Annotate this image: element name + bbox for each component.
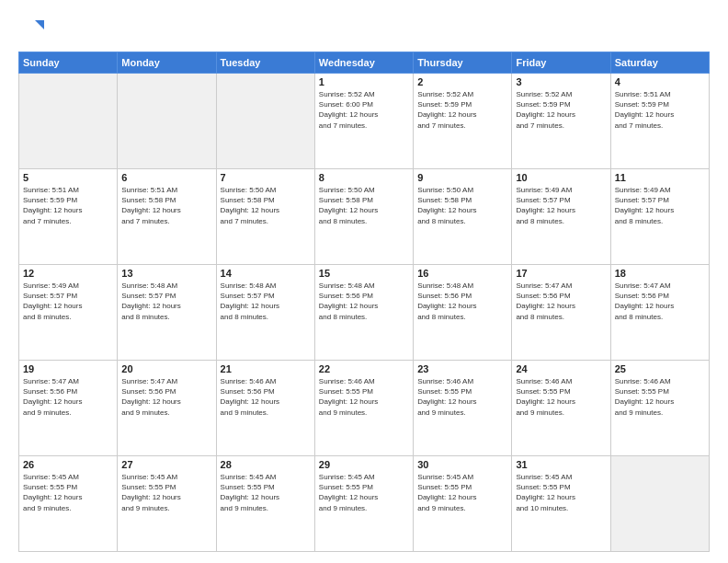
- page: SundayMondayTuesdayWednesdayThursdayFrid…: [0, 0, 728, 563]
- day-info: Sunrise: 5:46 AM Sunset: 5:55 PM Dayligh…: [417, 376, 507, 418]
- calendar-day-18: 18Sunrise: 5:47 AM Sunset: 5:56 PM Dayli…: [610, 265, 709, 361]
- day-info: Sunrise: 5:52 AM Sunset: 5:59 PM Dayligh…: [417, 89, 507, 131]
- day-info: Sunrise: 5:50 AM Sunset: 5:58 PM Dayligh…: [417, 185, 507, 226]
- calendar-header: SundayMondayTuesdayWednesdayThursdayFrid…: [19, 52, 710, 74]
- header: [18, 17, 710, 42]
- calendar-week-2: 12Sunrise: 5:49 AM Sunset: 5:57 PM Dayli…: [19, 265, 710, 361]
- day-number: 20: [121, 363, 211, 374]
- calendar-table: SundayMondayTuesdayWednesdayThursdayFrid…: [18, 52, 710, 552]
- calendar-day-31: 31Sunrise: 5:45 AM Sunset: 5:55 PM Dayli…: [512, 456, 610, 552]
- day-info: Sunrise: 5:47 AM Sunset: 5:56 PM Dayligh…: [23, 376, 113, 418]
- calendar-day-10: 10Sunrise: 5:49 AM Sunset: 5:57 PM Dayli…: [512, 169, 610, 265]
- calendar-day-29: 29Sunrise: 5:45 AM Sunset: 5:55 PM Dayli…: [314, 456, 413, 552]
- day-number: 25: [615, 363, 705, 374]
- calendar-day-2: 2Sunrise: 5:52 AM Sunset: 5:59 PM Daylig…: [414, 74, 512, 169]
- day-number: 24: [516, 363, 606, 374]
- day-info: Sunrise: 5:51 AM Sunset: 5:58 PM Dayligh…: [121, 185, 211, 226]
- calendar-day-5: 5Sunrise: 5:51 AM Sunset: 5:59 PM Daylig…: [19, 169, 118, 265]
- calendar-week-3: 19Sunrise: 5:47 AM Sunset: 5:56 PM Dayli…: [19, 361, 710, 456]
- weekday-saturday: Saturday: [610, 52, 709, 74]
- weekday-wednesday: Wednesday: [314, 52, 413, 74]
- day-info: Sunrise: 5:45 AM Sunset: 5:55 PM Dayligh…: [516, 472, 606, 513]
- day-info: Sunrise: 5:51 AM Sunset: 5:59 PM Dayligh…: [23, 185, 113, 226]
- calendar-day-13: 13Sunrise: 5:48 AM Sunset: 5:57 PM Dayli…: [118, 265, 216, 361]
- calendar-week-0: 1Sunrise: 5:52 AM Sunset: 6:00 PM Daylig…: [19, 74, 710, 169]
- calendar-day-26: 26Sunrise: 5:45 AM Sunset: 5:55 PM Dayli…: [19, 456, 118, 552]
- day-info: Sunrise: 5:45 AM Sunset: 5:55 PM Dayligh…: [121, 472, 211, 513]
- day-number: 12: [23, 268, 113, 279]
- day-number: 8: [319, 172, 409, 183]
- svg-marker-0: [35, 20, 44, 29]
- day-info: Sunrise: 5:48 AM Sunset: 5:57 PM Dayligh…: [221, 281, 311, 322]
- calendar-empty: [216, 74, 314, 169]
- calendar-day-28: 28Sunrise: 5:45 AM Sunset: 5:55 PM Dayli…: [216, 456, 314, 552]
- calendar-empty: [19, 74, 118, 169]
- day-number: 4: [615, 76, 705, 87]
- day-info: Sunrise: 5:47 AM Sunset: 5:56 PM Dayligh…: [516, 281, 606, 322]
- calendar-day-21: 21Sunrise: 5:46 AM Sunset: 5:56 PM Dayli…: [216, 361, 314, 456]
- day-info: Sunrise: 5:49 AM Sunset: 5:57 PM Dayligh…: [615, 185, 705, 226]
- day-number: 19: [23, 363, 113, 374]
- weekday-monday: Monday: [118, 52, 216, 74]
- day-info: Sunrise: 5:52 AM Sunset: 6:00 PM Dayligh…: [319, 89, 409, 131]
- day-info: Sunrise: 5:48 AM Sunset: 5:57 PM Dayligh…: [121, 281, 211, 322]
- calendar-day-12: 12Sunrise: 5:49 AM Sunset: 5:57 PM Dayli…: [19, 265, 118, 361]
- day-info: Sunrise: 5:45 AM Sunset: 5:55 PM Dayligh…: [221, 472, 311, 513]
- calendar-day-15: 15Sunrise: 5:48 AM Sunset: 5:56 PM Dayli…: [314, 265, 413, 361]
- day-info: Sunrise: 5:47 AM Sunset: 5:56 PM Dayligh…: [121, 376, 211, 418]
- calendar-empty: [610, 456, 709, 552]
- day-number: 17: [516, 268, 606, 279]
- calendar-day-11: 11Sunrise: 5:49 AM Sunset: 5:57 PM Dayli…: [610, 169, 709, 265]
- day-info: Sunrise: 5:52 AM Sunset: 5:59 PM Dayligh…: [516, 89, 606, 131]
- day-info: Sunrise: 5:45 AM Sunset: 5:55 PM Dayligh…: [417, 472, 507, 513]
- calendar-day-22: 22Sunrise: 5:46 AM Sunset: 5:55 PM Dayli…: [314, 361, 413, 456]
- calendar-day-17: 17Sunrise: 5:47 AM Sunset: 5:56 PM Dayli…: [512, 265, 610, 361]
- calendar-day-30: 30Sunrise: 5:45 AM Sunset: 5:55 PM Dayli…: [414, 456, 512, 552]
- day-number: 21: [221, 363, 311, 374]
- calendar-day-25: 25Sunrise: 5:46 AM Sunset: 5:55 PM Dayli…: [610, 361, 709, 456]
- day-info: Sunrise: 5:45 AM Sunset: 5:55 PM Dayligh…: [319, 472, 409, 513]
- calendar-day-19: 19Sunrise: 5:47 AM Sunset: 5:56 PM Dayli…: [19, 361, 118, 456]
- calendar-day-14: 14Sunrise: 5:48 AM Sunset: 5:57 PM Dayli…: [216, 265, 314, 361]
- weekday-thursday: Thursday: [414, 52, 512, 74]
- weekday-friday: Friday: [512, 52, 610, 74]
- calendar-week-4: 26Sunrise: 5:45 AM Sunset: 5:55 PM Dayli…: [19, 456, 710, 552]
- day-number: 1: [319, 76, 409, 87]
- day-number: 27: [121, 459, 211, 470]
- calendar-empty: [118, 74, 216, 169]
- day-number: 18: [615, 268, 705, 279]
- logo-icon: [18, 17, 44, 42]
- day-number: 22: [319, 363, 409, 374]
- day-number: 11: [615, 172, 705, 183]
- calendar-day-4: 4Sunrise: 5:51 AM Sunset: 5:59 PM Daylig…: [610, 74, 709, 169]
- day-number: 2: [417, 76, 507, 87]
- day-number: 28: [221, 459, 311, 470]
- logo: [18, 17, 48, 42]
- calendar-day-20: 20Sunrise: 5:47 AM Sunset: 5:56 PM Dayli…: [118, 361, 216, 456]
- day-info: Sunrise: 5:47 AM Sunset: 5:56 PM Dayligh…: [615, 281, 705, 322]
- calendar-body: 1Sunrise: 5:52 AM Sunset: 6:00 PM Daylig…: [19, 74, 710, 552]
- svg-rect-1: [18, 17, 37, 35]
- calendar-day-16: 16Sunrise: 5:48 AM Sunset: 5:56 PM Dayli…: [414, 265, 512, 361]
- weekday-tuesday: Tuesday: [216, 52, 314, 74]
- calendar-day-9: 9Sunrise: 5:50 AM Sunset: 5:58 PM Daylig…: [414, 169, 512, 265]
- day-number: 29: [319, 459, 409, 470]
- day-number: 15: [319, 268, 409, 279]
- calendar-day-24: 24Sunrise: 5:46 AM Sunset: 5:55 PM Dayli…: [512, 361, 610, 456]
- calendar-day-27: 27Sunrise: 5:45 AM Sunset: 5:55 PM Dayli…: [118, 456, 216, 552]
- day-info: Sunrise: 5:46 AM Sunset: 5:56 PM Dayligh…: [221, 376, 311, 418]
- day-info: Sunrise: 5:51 AM Sunset: 5:59 PM Dayligh…: [615, 89, 705, 131]
- day-info: Sunrise: 5:49 AM Sunset: 5:57 PM Dayligh…: [23, 281, 113, 322]
- day-info: Sunrise: 5:45 AM Sunset: 5:55 PM Dayligh…: [23, 472, 113, 513]
- day-number: 9: [417, 172, 507, 183]
- day-number: 31: [516, 459, 606, 470]
- day-info: Sunrise: 5:49 AM Sunset: 5:57 PM Dayligh…: [516, 185, 606, 226]
- calendar-day-6: 6Sunrise: 5:51 AM Sunset: 5:58 PM Daylig…: [118, 169, 216, 265]
- day-number: 16: [417, 268, 507, 279]
- day-info: Sunrise: 5:46 AM Sunset: 5:55 PM Dayligh…: [319, 376, 409, 418]
- day-info: Sunrise: 5:48 AM Sunset: 5:56 PM Dayligh…: [417, 281, 507, 322]
- day-info: Sunrise: 5:50 AM Sunset: 5:58 PM Dayligh…: [319, 185, 409, 226]
- weekday-sunday: Sunday: [19, 52, 118, 74]
- day-number: 10: [516, 172, 606, 183]
- day-info: Sunrise: 5:50 AM Sunset: 5:58 PM Dayligh…: [221, 185, 311, 226]
